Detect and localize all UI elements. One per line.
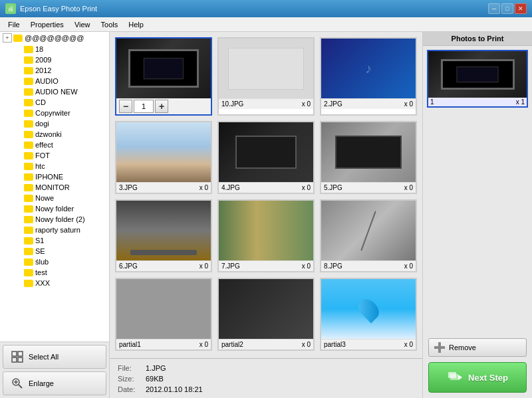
photo-counter: − 1 + bbox=[116, 98, 211, 114]
tree-item[interactable]: raporty saturn bbox=[0, 225, 109, 235]
tree-item[interactable]: CD bbox=[0, 97, 109, 108]
decrement-button[interactable]: − bbox=[119, 100, 132, 113]
menu-tools[interactable]: Tools bbox=[96, 19, 124, 30]
photo-count: x 0 bbox=[302, 100, 311, 108]
svg-rect-1 bbox=[18, 351, 23, 356]
tree-item[interactable]: FOT bbox=[0, 150, 109, 161]
tree-item[interactable]: 2012 bbox=[0, 65, 109, 76]
photo-label: 6.JPGx 0 bbox=[116, 260, 211, 271]
menu-help[interactable]: Help bbox=[123, 19, 149, 30]
photo-name: 8.JPG bbox=[324, 262, 342, 270]
svg-rect-2 bbox=[12, 357, 17, 362]
tree-item[interactable]: 18 bbox=[0, 44, 109, 54]
tree-item[interactable]: IPHONE bbox=[0, 171, 109, 182]
photo-cell[interactable]: partial1x 0 bbox=[115, 278, 212, 351]
photo-cell[interactable]: 3.JPGx 0 bbox=[115, 121, 212, 194]
photo-cell[interactable]: 5.JPGx 0 bbox=[320, 121, 417, 194]
tree-item[interactable]: XXX bbox=[0, 278, 109, 288]
tree-item[interactable]: htc bbox=[0, 161, 109, 171]
tree-item[interactable]: MONITOR bbox=[0, 182, 109, 193]
photo-cell[interactable]: ♪ 2.JPGx 0 bbox=[320, 37, 417, 116]
photo-cell[interactable]: 6.JPGx 0 bbox=[115, 199, 212, 272]
tree-item[interactable]: test bbox=[0, 267, 109, 278]
tree-item[interactable]: 2009 bbox=[0, 54, 109, 65]
photo-label: 2.JPGx 0 bbox=[321, 98, 416, 109]
photo-cell[interactable]: partial2x 0 bbox=[217, 278, 315, 351]
tree-item[interactable]: Nowe bbox=[0, 193, 109, 203]
date-value: 2012.01.10 18:21 bbox=[146, 385, 207, 394]
print-item-count: x 1 bbox=[516, 98, 525, 106]
print-list-item[interactable]: 1x 1 bbox=[427, 50, 528, 108]
main-area: +@@@@@@@@1820092012AUDIOAUDIO NEWCDCopyr… bbox=[0, 32, 532, 398]
folder-icon bbox=[24, 184, 33, 191]
print-list: 1x 1 bbox=[423, 46, 532, 336]
close-button[interactable]: ✕ bbox=[515, 3, 527, 14]
photo-cell[interactable]: 7.JPGx 0 bbox=[217, 199, 315, 272]
photo-count: x 0 bbox=[200, 341, 208, 348]
next-step-button[interactable]: Next Step bbox=[428, 362, 527, 393]
folder-icon bbox=[24, 248, 33, 255]
folder-icon bbox=[24, 216, 33, 223]
menu-view[interactable]: View bbox=[69, 19, 96, 30]
tree-item[interactable]: effect bbox=[0, 140, 109, 150]
menu-file[interactable]: File bbox=[3, 19, 25, 30]
remove-icon bbox=[434, 342, 445, 353]
tree-item[interactable]: SE bbox=[0, 246, 109, 256]
photo-count: x 0 bbox=[302, 341, 311, 348]
remove-button[interactable]: Remove bbox=[428, 338, 527, 357]
photo-label: partial1x 0 bbox=[116, 339, 211, 349]
tree-item[interactable]: +@@@@@@@@ bbox=[0, 32, 109, 44]
photo-cell[interactable]: 4.JPGx 0 bbox=[217, 121, 315, 194]
photo-name: 5.JPG bbox=[324, 184, 342, 191]
folder-icon bbox=[24, 195, 33, 202]
photo-count: x 0 bbox=[404, 341, 413, 348]
tree-item[interactable]: ślub bbox=[0, 256, 109, 267]
svg-rect-3 bbox=[18, 357, 23, 362]
photo-name: partial2 bbox=[221, 341, 243, 348]
photo-count: x 0 bbox=[404, 262, 413, 270]
folder-icon bbox=[24, 131, 33, 138]
size-value: 69KB bbox=[146, 374, 207, 383]
tree-item[interactable]: Nowy folder bbox=[0, 203, 109, 214]
tree-item[interactable]: Nowy folder (2) bbox=[0, 214, 109, 225]
next-step-icon bbox=[447, 369, 463, 385]
folder-icon bbox=[24, 258, 33, 266]
photo-label: 3.JPGx 0 bbox=[116, 182, 211, 193]
folder-icon bbox=[24, 110, 33, 117]
photo-count: x 0 bbox=[404, 184, 413, 191]
minimize-button[interactable]: ─ bbox=[488, 3, 500, 14]
maximize-button[interactable]: □ bbox=[501, 3, 513, 14]
photo-cell[interactable]: 8.JPGx 0 bbox=[320, 199, 417, 272]
svg-rect-10 bbox=[450, 374, 458, 380]
photo-cell[interactable]: partial3x 0 bbox=[320, 278, 417, 351]
folder-icon bbox=[24, 78, 33, 85]
tree-item[interactable]: AUDIO bbox=[0, 76, 109, 86]
right-panel-title: Photos to Print bbox=[423, 32, 532, 46]
file-info: File: 1.JPG Size: 69KB Date: 2012.01.10 … bbox=[116, 362, 416, 395]
photo-cell[interactable]: − 1 + bbox=[115, 37, 212, 116]
increment-button[interactable]: + bbox=[155, 100, 168, 113]
select-all-button[interactable]: Select All bbox=[3, 345, 106, 369]
enlarge-button[interactable]: Enlarge bbox=[3, 371, 106, 395]
tree-item[interactable]: dogi bbox=[0, 118, 109, 129]
status-bar: File: 1.JPG Size: 69KB Date: 2012.01.10 … bbox=[110, 358, 422, 398]
photo-label: 5.JPGx 0 bbox=[321, 182, 416, 193]
tree-item[interactable]: Copyrwiter bbox=[0, 108, 109, 118]
tree-item[interactable]: dzwonki bbox=[0, 129, 109, 140]
print-item-name: 1 bbox=[430, 98, 434, 106]
sidebar-buttons: Select All Enlarge bbox=[0, 342, 109, 398]
window-controls: ─ □ ✕ bbox=[488, 3, 527, 14]
print-label: 1x 1 bbox=[428, 98, 527, 106]
date-label: Date: bbox=[118, 385, 144, 394]
folder-icon bbox=[24, 163, 33, 170]
photo-name: 7.JPG bbox=[221, 262, 240, 270]
tree-item[interactable]: S1 bbox=[0, 235, 109, 246]
size-label: Size: bbox=[118, 374, 144, 383]
photo-label: 7.JPGx 0 bbox=[219, 260, 313, 271]
folder-icon bbox=[24, 205, 33, 213]
photo-cell[interactable]: 10.JPGx 0 bbox=[217, 37, 315, 116]
tree-item[interactable]: AUDIO NEW bbox=[0, 86, 109, 97]
menu-properties[interactable]: Properties bbox=[25, 19, 69, 30]
folder-icon bbox=[24, 99, 33, 106]
svg-rect-0 bbox=[12, 351, 17, 356]
